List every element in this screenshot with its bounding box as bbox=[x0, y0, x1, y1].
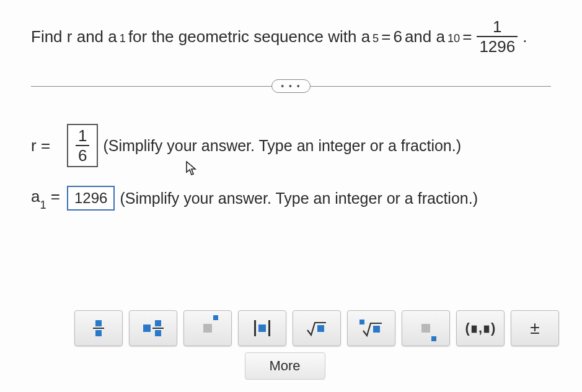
plus-minus-icon: ± bbox=[530, 318, 539, 338]
a1-label-eq: = bbox=[46, 187, 60, 206]
r-hint: (Simplify your answer. Type an integer o… bbox=[103, 137, 461, 155]
nth-root-button[interactable] bbox=[347, 310, 395, 346]
a1-hint: (Simplify your answer. Type an integer o… bbox=[120, 189, 478, 207]
q-part: for the geometric sequence with a bbox=[128, 25, 370, 49]
absolute-value-icon bbox=[254, 320, 270, 336]
answer-r-row: r = 1 6 (Simplify your answer. Type an i… bbox=[31, 124, 551, 167]
mixed-number-button[interactable] bbox=[129, 310, 177, 346]
r-denominator: 6 bbox=[76, 145, 89, 163]
q-a10-fraction: 1 1296 bbox=[477, 19, 518, 54]
square-root-icon bbox=[306, 320, 327, 336]
exponent-icon bbox=[203, 320, 212, 336]
fraction-denominator: 1296 bbox=[477, 36, 518, 54]
a1-answer-input[interactable]: 1296 bbox=[67, 186, 115, 211]
answer-a1-row: a1 = 1296 (Simplify your answer. Type an… bbox=[31, 186, 551, 211]
q-sub-1: 1 bbox=[120, 30, 126, 47]
ordered-pair-icon: (∎,∎) bbox=[465, 320, 496, 336]
q-part: = bbox=[462, 25, 472, 49]
a1-label: a1 = bbox=[31, 187, 62, 209]
r-answer-input[interactable]: 1 6 bbox=[67, 124, 98, 167]
q-part: and a bbox=[405, 25, 445, 49]
r-answer-fraction: 1 6 bbox=[76, 128, 89, 163]
ordered-pair-button[interactable]: (∎,∎) bbox=[456, 310, 505, 346]
exponent-button[interactable] bbox=[183, 310, 232, 346]
expand-hint-button[interactable]: • • • bbox=[271, 79, 310, 93]
absolute-value-button[interactable] bbox=[238, 310, 286, 346]
more-palette-button[interactable]: More bbox=[245, 352, 325, 380]
q-part: Find r and a bbox=[31, 25, 117, 49]
q-part: = bbox=[381, 25, 390, 49]
svg-rect-2 bbox=[373, 326, 380, 333]
fraction-button[interactable] bbox=[74, 310, 123, 346]
q-sub-5: 5 bbox=[373, 30, 379, 47]
a1-label-a: a bbox=[31, 187, 40, 206]
nth-root-icon bbox=[359, 320, 383, 337]
r-numerator: 1 bbox=[76, 128, 89, 145]
r-label: r = bbox=[31, 136, 62, 155]
divider-line-left bbox=[31, 86, 272, 87]
divider-line-right bbox=[310, 86, 551, 87]
question-text: Find r and a1 for the geometric sequence… bbox=[31, 19, 551, 54]
plus-minus-button[interactable]: ± bbox=[511, 310, 559, 346]
fraction-icon bbox=[93, 320, 104, 336]
svg-rect-1 bbox=[359, 320, 364, 324]
subscript-icon bbox=[421, 320, 430, 336]
svg-rect-0 bbox=[317, 325, 324, 332]
palette-row: (∎,∎) ± bbox=[74, 310, 570, 346]
subscript-button[interactable] bbox=[402, 310, 450, 346]
math-palette: (∎,∎) ± More bbox=[0, 310, 582, 380]
fraction-numerator: 1 bbox=[490, 19, 504, 36]
a1-label-sub: 1 bbox=[40, 199, 46, 211]
q-sub-10: 10 bbox=[448, 30, 460, 47]
q-part: . bbox=[522, 25, 527, 49]
q-a5-value: 6 bbox=[393, 25, 402, 49]
square-root-button[interactable] bbox=[293, 310, 341, 346]
mixed-number-icon bbox=[143, 320, 164, 336]
section-divider: • • • bbox=[31, 79, 551, 93]
question-page: Find r and a1 for the geometric sequence… bbox=[0, 0, 582, 392]
